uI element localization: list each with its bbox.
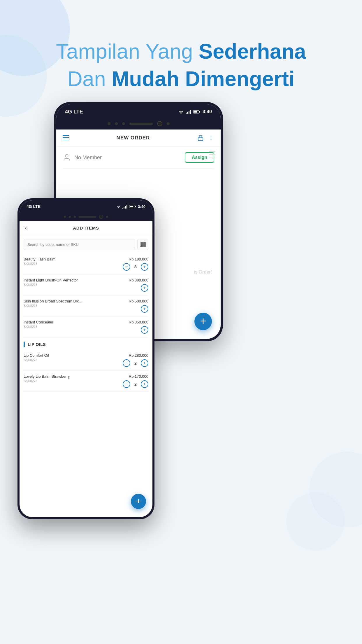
camera-dot [122,122,125,125]
wifi-icon [179,110,183,114]
svg-rect-0 [198,138,203,141]
phone-back-status-bar: 4G LTE 3:40 [56,104,221,119]
qty-number: 8 [133,265,138,269]
qty-plus-button[interactable]: + [141,359,148,367]
phone-back-carrier: 4G LTE [65,109,83,115]
qty-plus-button[interactable]: + [141,263,148,271]
camera-dot [167,122,170,125]
product-price: Rp.350.000 [129,320,148,324]
qty-control: + [141,284,148,292]
product-info: Instant Light Brush-On Perfector SKU8273 [24,278,129,286]
header-icons [197,135,214,141]
hamburger-line [63,137,69,138]
svg-point-2 [211,137,212,138]
product-right: Rp.350.000 + [129,320,148,334]
speaker-bar-sm [79,216,96,218]
add-items-header: ‹ ADD ITEMS [20,221,152,235]
product-right: Rp.280.000 − 2 + [123,353,148,367]
fab-plus-icon: + [200,316,206,326]
qty-control: + [141,305,148,313]
product-price: Rp.170.000 [129,374,148,379]
scroll-line [209,154,215,155]
qty-control: + [141,326,148,334]
product-item: Lip Comfort Oil SKU8273 Rp.280.000 − 2 + [24,350,148,371]
product-item: Beauty Flash Balm SKU8273 Rp.180.000 − 8… [24,253,148,274]
qty-plus-button[interactable]: + [141,305,148,313]
barcode-button[interactable] [137,239,148,250]
headline-line2-light: Dan [67,67,112,90]
headline-line2-bold: Mudah Dimengerti [112,67,295,90]
phone-front-time: 3:40 [138,204,145,209]
fab-add-button-front[interactable]: + [131,494,146,509]
hamburger-icon[interactable] [63,135,69,141]
headline: Tampilan Yang Sederhana Dan Mudah Dimeng… [0,38,362,92]
product-right: Rp.500.000 + [129,299,148,313]
camera-lens [157,121,162,126]
product-info: Instant Concealer SKU8273 [24,320,129,328]
product-info: Lip Comfort Oil SKU8273 [24,353,123,362]
hamburger-line [63,140,69,141]
product-price: Rp.180.000 [129,257,148,261]
camera-dot-sm [74,216,76,218]
qty-plus-button[interactable]: + [141,284,148,292]
battery-icon [193,110,200,113]
phone-back-status-right: 3:40 [179,109,212,114]
product-price: Rp.380.000 [129,278,148,282]
scroll-line [209,151,215,152]
phone-front-status-right: 3:40 [117,204,145,209]
headline-line1-bold: Sederhana [199,40,306,63]
phone-front-carrier: 4G LTE [27,204,41,209]
svg-rect-5 [140,242,141,247]
camera-dot-sm [106,216,108,218]
phone-back-time: 3:40 [203,109,212,114]
product-item: Lovely Lip Balm Strawberry SKU8273 Rp.17… [24,371,148,392]
signal-bars-front-icon [122,204,127,209]
qty-plus-button[interactable]: + [141,326,148,334]
person-icon [63,153,71,162]
product-list: Beauty Flash Balm SKU8273 Rp.180.000 − 8… [20,253,152,392]
product-sku: SKU8273 [24,262,123,265]
phone-front-inner: 4G LTE 3:40 [20,200,152,517]
search-input[interactable] [24,239,135,250]
camera-dot [108,122,110,125]
phone-front-status-bar: 4G LTE 3:40 [20,200,152,213]
is-order-partial-text: is Order! [194,270,212,275]
back-arrow-icon[interactable]: ‹ [25,225,27,231]
scroll-line [209,158,215,158]
svg-rect-8 [144,242,144,247]
product-name: Instant Concealer [24,320,129,324]
fab-add-button[interactable]: + [194,313,212,330]
scroll-indicator [209,151,215,158]
camera-row-front [20,213,152,221]
product-info: Skin Illusion Broad Spectrum Bro... SKU8… [24,299,129,307]
lock-icon[interactable] [197,135,204,141]
product-right: Rp.180.000 − 8 + [123,257,148,271]
fab-plus-icon-front: + [136,497,141,505]
svg-rect-7 [143,242,143,247]
qty-minus-button[interactable]: − [123,359,130,367]
wifi-icon-front [117,205,120,208]
more-vertical-icon[interactable] [208,135,214,141]
svg-point-1 [211,136,212,136]
product-sku: SKU8273 [24,379,123,383]
divider [63,169,214,169]
product-sku: SKU8273 [24,304,129,307]
search-bar [24,239,148,250]
phone-front: 4G LTE 3:40 [17,198,154,519]
product-sku: SKU8273 [24,283,129,286]
product-sku: SKU8273 [24,325,129,328]
signal-bars-icon [186,110,191,114]
camera-lens-sm [99,215,103,219]
qty-minus-button[interactable]: − [123,380,130,388]
speaker-bar [129,123,153,125]
product-price: Rp.500.000 [129,299,148,303]
qty-minus-button[interactable]: − [123,263,130,271]
qty-number: 2 [133,382,138,386]
product-sku: SKU8273 [24,358,123,362]
qty-plus-button[interactable]: + [141,380,148,388]
member-name-text: No Member [74,155,102,161]
svg-rect-9 [145,242,145,247]
qty-control: − 8 + [123,263,148,271]
camera-dot-sm [64,216,66,218]
product-right: Rp.380.000 + [129,278,148,292]
